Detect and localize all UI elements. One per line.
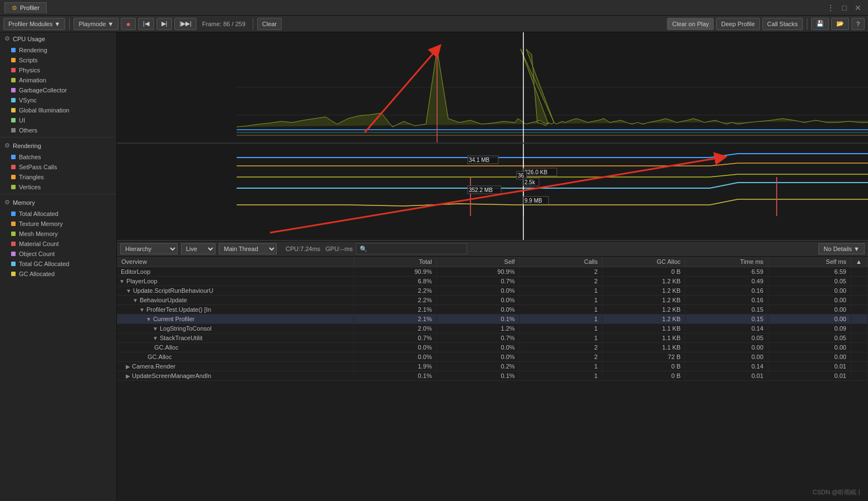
maximize-icon[interactable]: □: [840, 3, 849, 12]
col-overview[interactable]: Overview: [117, 257, 354, 267]
cell-calls: 1: [519, 305, 602, 315]
cell-timeMs: 0.14: [685, 324, 768, 333]
cell-timeMs: 0.16: [685, 286, 768, 296]
cell-total: 0.7%: [354, 333, 437, 343]
menu-icon[interactable]: ⋮: [825, 3, 837, 12]
svg-text:2.5k: 2.5k: [524, 179, 536, 185]
thread-select[interactable]: Main Thread Render Thread: [219, 243, 277, 254]
step-back-btn[interactable]: |◀: [138, 18, 154, 30]
table-row[interactable]: EditorLoop90.9%90.9%20 B6.596.59: [117, 267, 868, 277]
save-btn[interactable]: 💾: [811, 18, 829, 30]
profiler-modules-btn[interactable]: Profiler Modules ▼: [3, 18, 65, 30]
svg-text:34.1 MB: 34.1 MB: [469, 157, 490, 163]
clear-on-play-btn[interactable]: Clear on Play: [667, 18, 714, 30]
sidebar-item-setpass[interactable]: SetPass Calls: [0, 162, 116, 172]
search-input[interactable]: [356, 243, 467, 254]
total-allocated-label: Total Allocated: [19, 210, 58, 217]
sep1: [69, 18, 70, 30]
memory-section-header[interactable]: ⚙ Memory: [0, 196, 116, 209]
sidebar-item-others[interactable]: Others: [0, 125, 116, 135]
cell-timeMs: 6.59: [685, 267, 768, 277]
playmode-btn[interactable]: Playmode ▼: [73, 18, 119, 30]
sidebar-item-physics[interactable]: Physics: [0, 65, 116, 75]
physics-label: Physics: [19, 67, 40, 73]
rendering-label: Rendering: [19, 47, 47, 53]
batches-label: Batches: [19, 154, 41, 160]
cell-selfMs: 0.01: [768, 371, 851, 381]
clear-on-play-label: Clear on Play: [672, 21, 709, 27]
cell-total: 0.1%: [354, 371, 437, 381]
cell-gcAlloc: 0 B: [602, 267, 685, 277]
cell-self: 0.0%: [437, 296, 519, 305]
memory-section-label: Memory: [13, 199, 35, 206]
cell-selfMs: 6.59: [768, 267, 851, 277]
sidebar-item-material-count[interactable]: Material Count: [0, 239, 116, 249]
cell-calls: 1: [519, 371, 602, 381]
table-row[interactable]: GC.Alloc0.0%0.0%272 B0.000.00: [117, 352, 868, 362]
cell-timeMs: 0.14: [685, 362, 768, 371]
sidebar-item-rendering[interactable]: Rendering: [0, 45, 116, 55]
table-row[interactable]: ▼LogStringToConsol2.0%1.2%11.1 KB0.140.0…: [117, 324, 868, 333]
sidebar-item-scripts[interactable]: Scripts: [0, 55, 116, 65]
sidebar-item-batches[interactable]: Batches: [0, 152, 116, 162]
cpu-chart-panel[interactable]: Selected: Current Profiler 66ms (15FPS) …: [117, 32, 868, 144]
col-gc-alloc[interactable]: GC Alloc: [602, 257, 685, 267]
cell-calls: 1: [519, 362, 602, 371]
col-time-ms[interactable]: Time ms: [685, 257, 768, 267]
sidebar-item-gc[interactable]: GarbageCollector: [0, 85, 116, 95]
col-self[interactable]: Self: [437, 257, 519, 267]
cell-calls: 2: [519, 352, 602, 362]
skip-end-btn[interactable]: |▶▶|: [174, 18, 197, 30]
call-stacks-btn[interactable]: Call Stacks: [762, 18, 803, 30]
table-row[interactable]: ▼StackTraceUtilit0.7%0.7%11.1 KB0.050.05: [117, 333, 868, 343]
sidebar-item-gc-allocated[interactable]: GC Allocated: [0, 269, 116, 279]
cell-gcAlloc: 1.2 KB: [602, 286, 685, 296]
table-row[interactable]: ▶UpdateScreenManagerAndIn0.1%0.1%10 B0.0…: [117, 371, 868, 381]
divider1: [0, 137, 116, 137]
memory-chart-panel[interactable]: 34.1 MB 326.0 KB 36 2.5k 352.2 MB 9.9 MB: [117, 144, 868, 241]
table-row[interactable]: ▼Current Profiler2.1%0.1%11.2 KB0.150.00: [117, 315, 868, 324]
close-icon[interactable]: ✕: [852, 3, 864, 12]
cell-sort: [851, 343, 868, 352]
sidebar-item-texture-memory[interactable]: Texture Memory: [0, 219, 116, 229]
view-mode-select[interactable]: Hierarchy Timeline Raw Hierarchy: [120, 243, 178, 254]
table-row[interactable]: ▼ProfilerTest.Update() [In2.1%0.0%11.2 K…: [117, 305, 868, 315]
sidebar-item-ui[interactable]: UI: [0, 115, 116, 125]
cell-name: ▼ProfilerTest.Update() [In: [117, 305, 354, 315]
sidebar-item-gi[interactable]: Global Illumination: [0, 105, 116, 115]
sidebar-item-animation[interactable]: Animation: [0, 75, 116, 85]
cell-selfMs: 0.00: [768, 343, 851, 352]
sidebar-item-object-count[interactable]: Object Count: [0, 249, 116, 259]
record-btn[interactable]: ●: [121, 18, 135, 30]
no-details-btn[interactable]: No Details ▼: [818, 243, 865, 254]
col-self-ms[interactable]: Self ms: [768, 257, 851, 267]
table-row[interactable]: ▶Camera.Render1.9%0.2%10 B0.140.01: [117, 362, 868, 371]
mesh-memory-label: Mesh Memory: [19, 230, 58, 237]
step-forward-btn[interactable]: ▶|: [156, 18, 173, 30]
table-row[interactable]: ▼BehaviourUpdate2.2%0.0%11.2 KB0.160.00: [117, 296, 868, 305]
col-total[interactable]: Total: [354, 257, 437, 267]
open-btn[interactable]: 📂: [831, 18, 849, 30]
sidebar-item-vsync[interactable]: VSync: [0, 95, 116, 105]
table-row[interactable]: ▼PlayerLoop6.8%0.7%21.2 KB0.490.05: [117, 277, 868, 286]
cpu-section-header[interactable]: ⚙ CPU Usage: [0, 32, 116, 45]
sidebar-item-triangles[interactable]: Triangles: [0, 172, 116, 182]
rendering-section-header[interactable]: ⚙ Rendering: [0, 139, 116, 152]
sidebar-item-mesh-memory[interactable]: Mesh Memory: [0, 229, 116, 239]
frame-info: Frame: 86 / 259: [199, 21, 249, 27]
table-row[interactable]: GC.Alloc0.0%0.0%21.1 KB0.000.00: [117, 343, 868, 352]
sep3: [807, 18, 807, 30]
col-calls[interactable]: Calls: [519, 257, 602, 267]
sidebar-item-total-allocated[interactable]: Total Allocated: [0, 209, 116, 219]
col-sort[interactable]: ▲: [851, 257, 868, 267]
clear-btn[interactable]: Clear: [257, 18, 282, 30]
sidebar-item-vertices[interactable]: Vertices: [0, 182, 116, 192]
live-select[interactable]: Live Frame: [181, 243, 215, 254]
watermark: CSDN @听雨眠丨: [813, 488, 862, 497]
deep-profile-btn[interactable]: Deep Profile: [716, 18, 760, 30]
table-row[interactable]: ▼Update.ScriptRunBehaviourU2.2%0.0%11.2 …: [117, 286, 868, 296]
profiler-tab[interactable]: ⚙ Profiler: [4, 2, 47, 13]
help-btn[interactable]: ?: [851, 18, 865, 30]
sidebar-item-total-gc[interactable]: Total GC Allocated: [0, 259, 116, 269]
cell-selfMs: 0.00: [768, 305, 851, 315]
